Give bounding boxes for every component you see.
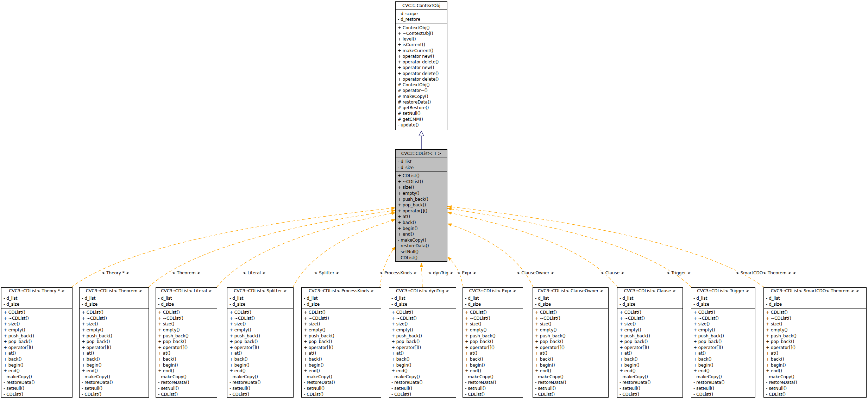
class-box-cdlist-expr[interactable]: CVC3::CDList< Expr > - d_list- d_size + … xyxy=(463,287,523,398)
class-attributes: - d_list- d_size xyxy=(389,294,456,308)
attribute-row: - d_size xyxy=(4,301,70,307)
class-title: CVC3::CDList< Theorem > xyxy=(80,288,149,294)
method-row: + pop_back() xyxy=(619,339,680,345)
class-title: CVC3::CDList< Literal > xyxy=(156,288,217,294)
class-methods: + CDList()+ ~CDList()+ size()+ empty()+ … xyxy=(156,308,217,398)
method-row: + pop_back() xyxy=(4,339,70,345)
method-row: - restoreData() xyxy=(4,380,70,386)
class-box-cdlist-clauseowner[interactable]: CVC3::CDList< ClauseOwner > - d_list- d_… xyxy=(533,287,609,398)
class-attributes: - d_list- d_size xyxy=(396,157,447,172)
edge-label-splitter: < Splitter > xyxy=(313,270,340,275)
class-methods: + CDList()+ ~CDList()+ size()+ empty()+ … xyxy=(617,308,683,398)
method-row: + operator delete() xyxy=(398,76,445,82)
method-row: + begin() xyxy=(391,362,454,368)
method-row: + end() xyxy=(693,368,753,374)
edge-label-trigger: < Trigger > xyxy=(666,270,691,275)
method-row: + size() xyxy=(619,321,680,327)
method-row: - makeCopy() xyxy=(535,374,606,380)
method-row: + at() xyxy=(465,350,521,356)
method-row: + end() xyxy=(82,368,146,374)
method-row: + end() xyxy=(229,368,291,374)
method-row: + end() xyxy=(535,368,606,374)
class-box-cdlist-theory-ptr[interactable]: CVC3::CDList< Theory * > - d_list- d_siz… xyxy=(1,287,73,398)
method-row: - makeCopy() xyxy=(619,374,680,380)
attribute-row: - d_list xyxy=(4,295,70,301)
attribute-row: - d_size xyxy=(535,301,606,307)
method-row: - setNull() xyxy=(158,386,215,392)
method-row: - CDList() xyxy=(229,392,291,398)
method-row: + at() xyxy=(4,350,70,356)
method-row: - CDList() xyxy=(766,392,864,398)
class-box-cdlist-theorem[interactable]: CVC3::CDList< Theorem > - d_list- d_size… xyxy=(79,287,149,398)
class-box-cdlist-literal[interactable]: CVC3::CDList< Literal > - d_list- d_size… xyxy=(156,287,217,398)
method-row: + empty() xyxy=(158,327,215,333)
method-row: - setNull() xyxy=(229,386,291,392)
class-attributes: - d_list- d_size xyxy=(227,294,293,308)
method-row: + empty() xyxy=(398,191,445,197)
method-row: - restoreData() xyxy=(229,380,291,386)
method-row: + empty() xyxy=(304,327,379,333)
method-row: + CDList() xyxy=(535,310,606,316)
method-row: + back() xyxy=(766,356,864,362)
method-row: + empty() xyxy=(766,327,864,333)
method-row: - makeCopy() xyxy=(229,374,291,380)
attribute-row: - d_size xyxy=(391,301,454,307)
method-row: + ~ContextObj() xyxy=(398,31,445,36)
class-title: CVC3::CDList< Expr > xyxy=(463,288,523,294)
attribute-row: - d_restore xyxy=(398,17,445,22)
method-row: - setNull() xyxy=(619,386,680,392)
method-row: + push_back() xyxy=(4,333,70,339)
method-row: + pop_back() xyxy=(82,339,146,345)
method-row: + at() xyxy=(304,350,379,356)
method-row: - restoreData() xyxy=(693,380,753,386)
method-row: + operator new() xyxy=(398,54,445,59)
method-row: + size() xyxy=(391,321,454,327)
method-row: - setNull() xyxy=(391,386,454,392)
class-box-cdlist-smartcdo-theorem[interactable]: CVC3::CDList< SmartCDO< Theorem > > - d_… xyxy=(763,287,867,398)
method-row: - setNull() xyxy=(304,386,379,392)
method-row: - restoreData() xyxy=(465,380,521,386)
method-row: + at() xyxy=(229,350,291,356)
class-box-cdlist-template[interactable]: CVC3::CDList< T > - d_list- d_size + CDL… xyxy=(395,149,447,262)
method-row: + operator[]() xyxy=(766,345,864,351)
method-row: + begin() xyxy=(82,362,146,368)
class-attributes: - d_list- d_size xyxy=(463,294,523,308)
class-box-cdlist-processkinds[interactable]: CVC3::CDList< ProcessKinds > - d_list- d… xyxy=(301,287,381,398)
method-row: + size() xyxy=(465,321,521,327)
edge-label-smartcdo-theorem: < SmartCDO< Theorem > > xyxy=(735,270,797,275)
attribute-row: - d_list xyxy=(535,295,606,301)
method-row: + makeCurrent() xyxy=(398,48,445,54)
method-row: + back() xyxy=(535,356,606,362)
class-attributes: - d_list- d_size xyxy=(764,294,866,308)
class-title: CVC3::CDList< ProcessKinds > xyxy=(302,288,381,294)
method-row: + empty() xyxy=(82,327,146,333)
method-row: - setNull() xyxy=(398,249,445,255)
class-methods: + CDList()+ ~CDList()+ size()+ empty()+ … xyxy=(302,308,381,398)
method-row: - restoreData() xyxy=(398,243,445,249)
method-row: + size() xyxy=(535,321,606,327)
class-box-contextobj[interactable]: CVC3::ContextObj - d_scope- d_restore + … xyxy=(395,1,447,130)
method-row: + operator[]() xyxy=(304,345,379,351)
method-row: - makeCopy() xyxy=(158,374,215,380)
method-row: + operator[]() xyxy=(229,345,291,351)
method-row: + ~CDList() xyxy=(465,316,521,322)
class-box-cdlist-dyntrig[interactable]: CVC3::CDList< dynTrig > - d_list- d_size… xyxy=(389,287,456,398)
method-row: - restoreData() xyxy=(82,380,146,386)
method-row: + CDList() xyxy=(304,310,379,316)
attribute-row: - d_size xyxy=(398,165,445,171)
method-row: + push_back() xyxy=(82,333,146,339)
method-row: + end() xyxy=(4,368,70,374)
class-methods: + ContextObj()+ ~ContextObj()+ level()+ … xyxy=(396,24,447,130)
class-box-cdlist-clause[interactable]: CVC3::CDList< Clause > - d_list- d_size … xyxy=(617,287,683,398)
method-row: + size() xyxy=(766,321,864,327)
method-row: + begin() xyxy=(398,226,445,232)
method-row: + push_back() xyxy=(158,333,215,339)
class-box-cdlist-trigger[interactable]: CVC3::CDList< Trigger > - d_list- d_size… xyxy=(691,287,755,398)
method-row: + CDList() xyxy=(391,310,454,316)
edge-label-expr: < Expr > xyxy=(457,270,477,275)
class-box-cdlist-splitter[interactable]: CVC3::CDList< Splitter > - d_list- d_siz… xyxy=(227,287,294,398)
method-row: - setNull() xyxy=(465,386,521,392)
method-row: # makeCopy() xyxy=(398,94,445,99)
edge-label-theory-ptr: < Theory * > xyxy=(101,270,130,275)
method-row: + operator[]() xyxy=(4,345,70,351)
